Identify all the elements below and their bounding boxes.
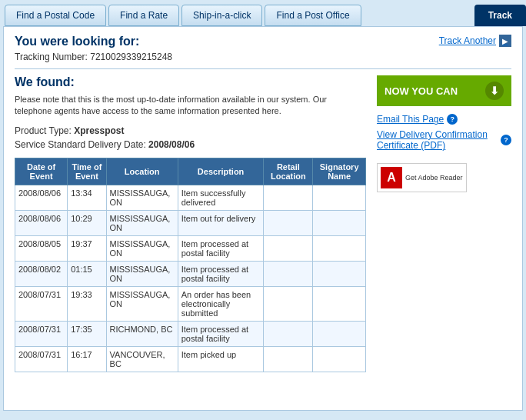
we-found-heading: We found: bbox=[15, 75, 366, 89]
tracking-table-body: 2008/08/0613:34MISSISSAUGA, ONItem succe… bbox=[15, 185, 366, 372]
adobe-reader-text: Get Adobe Reader bbox=[405, 174, 463, 182]
col-location: Location bbox=[106, 158, 178, 185]
cell-signatory bbox=[313, 346, 366, 372]
tracking-number-value: 7210029339215248 bbox=[90, 52, 172, 62]
cell-date: 2008/08/02 bbox=[15, 261, 68, 286]
track-btn[interactable]: Track bbox=[474, 5, 526, 26]
cell-description: Item processed at postal facility bbox=[178, 261, 264, 286]
delivery-confirmation-link-row: View Delivery Confirmation Certificate (… bbox=[377, 129, 511, 151]
we-found-container: We found: Please note that this is the m… bbox=[15, 75, 511, 372]
now-you-can-text: NOW YOU CAN bbox=[385, 85, 458, 97]
cell-signatory bbox=[313, 321, 366, 346]
cell-time: 19:37 bbox=[68, 235, 106, 261]
cell-date: 2008/07/31 bbox=[15, 346, 68, 372]
cell-retail bbox=[264, 321, 313, 346]
service-date-value: 2008/08/06 bbox=[148, 139, 195, 150]
cell-date: 2008/08/06 bbox=[15, 185, 68, 210]
product-type-label: Product Type: bbox=[15, 125, 72, 136]
cell-signatory bbox=[313, 286, 366, 321]
delivery-help-icon[interactable]: ? bbox=[501, 135, 511, 145]
cell-location: MISSISSAUGA, ON bbox=[106, 261, 178, 286]
delivery-confirmation-link[interactable]: View Delivery Confirmation Certificate (… bbox=[377, 129, 498, 151]
we-found-note: Please note that this is the most up-to-… bbox=[15, 94, 366, 118]
cell-signatory bbox=[313, 235, 366, 261]
table-row: 2008/08/0519:37MISSISSAUGA, ONItem proce… bbox=[15, 235, 366, 261]
col-description: Description bbox=[178, 158, 264, 185]
cell-time: 10:29 bbox=[68, 210, 106, 235]
col-time: Time of Event bbox=[68, 158, 106, 185]
col-date: Date of Event bbox=[15, 158, 68, 185]
cell-location: MISSISSAUGA, ON bbox=[106, 235, 178, 261]
cell-description: An order has been electronically submitt… bbox=[178, 286, 264, 321]
cell-description: Item successfully delivered bbox=[178, 185, 264, 210]
email-page-link[interactable]: Email This Page bbox=[377, 114, 444, 125]
looking-for-section: You were looking for: Tracking Number: 7… bbox=[15, 35, 511, 62]
cell-date: 2008/08/06 bbox=[15, 210, 68, 235]
cell-location: MISSISSAUGA, ON bbox=[106, 210, 178, 235]
top-navigation: Find a Postal Code Find a Rate Ship-in-a… bbox=[0, 0, 526, 26]
tracking-table-header: Date of Event Time of Event Location Des… bbox=[15, 158, 366, 185]
service-date-info: Service Standard Delivery Date: 2008/08/… bbox=[15, 139, 366, 150]
cell-retail bbox=[264, 286, 313, 321]
table-row: 2008/07/3116:17VANCOUVER, BCItem picked … bbox=[15, 346, 366, 372]
cell-time: 13:34 bbox=[68, 185, 106, 210]
product-type-info: Product Type: Xpresspost bbox=[15, 125, 366, 136]
main-content: You were looking for: Tracking Number: 7… bbox=[3, 26, 523, 411]
track-another-link[interactable]: Track Another ▶ bbox=[439, 35, 511, 47]
looking-for-heading: You were looking for: bbox=[15, 35, 172, 48]
email-page-link-row: Email This Page ? bbox=[377, 114, 511, 125]
section-divider bbox=[15, 68, 511, 69]
now-you-can-banner: NOW YOU CAN ⬇ bbox=[377, 75, 511, 106]
cell-retail bbox=[264, 185, 313, 210]
cell-time: 01:15 bbox=[68, 261, 106, 286]
download-icon: ⬇ bbox=[485, 82, 504, 100]
table-row: 2008/07/3117:35RICHMOND, BCItem processe… bbox=[15, 321, 366, 346]
cell-time: 17:35 bbox=[68, 321, 106, 346]
cell-time: 19:33 bbox=[68, 286, 106, 321]
find-postal-code-btn[interactable]: Find a Postal Code bbox=[5, 5, 106, 26]
cell-description: Item picked up bbox=[178, 346, 264, 372]
product-type-value: Xpresspost bbox=[74, 125, 124, 136]
cell-signatory bbox=[313, 210, 366, 235]
service-date-label: Service Standard Delivery Date: bbox=[15, 139, 146, 150]
col-retail: Retail Location bbox=[264, 158, 313, 185]
adobe-reader-badge[interactable]: A Get Adobe Reader bbox=[377, 163, 467, 192]
cell-time: 16:17 bbox=[68, 346, 106, 372]
cell-retail bbox=[264, 235, 313, 261]
track-another-arrow-icon: ▶ bbox=[499, 35, 511, 47]
table-row: 2008/08/0201:15MISSISSAUGA, ONItem proce… bbox=[15, 261, 366, 286]
tracking-label: Tracking Number: bbox=[15, 52, 88, 62]
cell-date: 2008/08/05 bbox=[15, 235, 68, 261]
col-signatory: Signatory Name bbox=[313, 158, 366, 185]
cell-signatory bbox=[313, 261, 366, 286]
cell-description: Item out for delivery bbox=[178, 210, 264, 235]
table-row: 2008/08/0610:29MISSISSAUGA, ONItem out f… bbox=[15, 210, 366, 235]
cell-signatory bbox=[313, 185, 366, 210]
find-rate-btn[interactable]: Find a Rate bbox=[108, 5, 179, 26]
track-another-text: Track Another bbox=[439, 35, 496, 46]
cell-date: 2008/07/31 bbox=[15, 321, 68, 346]
find-post-office-btn[interactable]: Find a Post Office bbox=[265, 5, 361, 26]
we-found-left: We found: Please note that this is the m… bbox=[15, 75, 366, 372]
ship-in-a-click-btn[interactable]: Ship-in-a-click bbox=[181, 5, 262, 26]
cell-retail bbox=[264, 210, 313, 235]
looking-for-left: You were looking for: Tracking Number: 7… bbox=[15, 35, 172, 62]
table-row: 2008/08/0613:34MISSISSAUGA, ONItem succe… bbox=[15, 185, 366, 210]
right-panel: NOW YOU CAN ⬇ Email This Page ? View Del… bbox=[377, 75, 511, 372]
table-row: 2008/07/3119:33MISSISSAUGA, ONAn order h… bbox=[15, 286, 366, 321]
email-help-icon[interactable]: ? bbox=[447, 114, 458, 125]
cell-description: Item processed at postal facility bbox=[178, 235, 264, 261]
tracking-table: Date of Event Time of Event Location Des… bbox=[15, 158, 366, 372]
cell-date: 2008/07/31 bbox=[15, 286, 68, 321]
header-row: Date of Event Time of Event Location Des… bbox=[15, 158, 366, 185]
cell-location: RICHMOND, BC bbox=[106, 321, 178, 346]
cell-retail bbox=[264, 346, 313, 372]
cell-retail bbox=[264, 261, 313, 286]
cell-location: MISSISSAUGA, ON bbox=[106, 185, 178, 210]
cell-description: Item processed at postal facility bbox=[178, 321, 264, 346]
adobe-icon: A bbox=[381, 167, 402, 188]
cell-location: MISSISSAUGA, ON bbox=[106, 286, 178, 321]
tracking-number-display: Tracking Number: 7210029339215248 bbox=[15, 52, 172, 62]
cell-location: VANCOUVER, BC bbox=[106, 346, 178, 372]
